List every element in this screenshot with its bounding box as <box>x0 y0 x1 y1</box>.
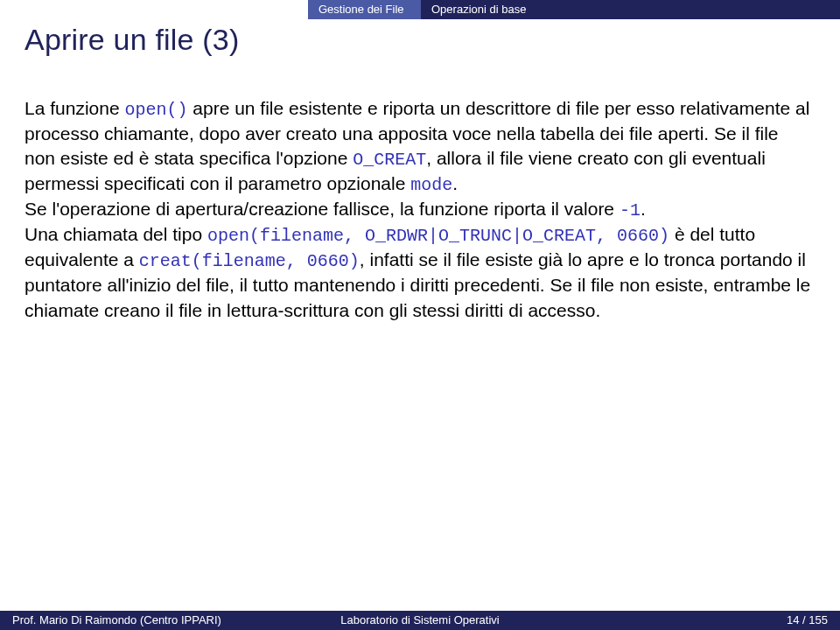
footer-bar: Prof. Mario Di Raimondo (Centro IPPARI) … <box>0 611 840 630</box>
text: La funzione <box>24 98 124 118</box>
nav-spacer <box>0 0 308 19</box>
code-o-creat: O_CREAT <box>353 150 426 170</box>
nav-bar: Gestione dei File Operazioni di base <box>0 0 840 19</box>
code-open: open() <box>124 100 187 120</box>
code-mode: mode <box>410 175 452 195</box>
slide-body: La funzione open() apre un file esistent… <box>24 96 814 323</box>
footer-page: 14 / 155 <box>787 611 828 630</box>
text: Se l'operazione di apertura/creazione fa… <box>24 199 620 219</box>
code-open-call: open(filename, O_RDWR|O_TRUNC|O_CREAT, 0… <box>207 226 669 246</box>
text: Una chiamata del tipo <box>24 224 207 244</box>
code-neg1: -1 <box>620 200 640 220</box>
text: . <box>452 173 458 193</box>
text: . <box>640 199 646 219</box>
code-creat-call: creat(filename, 0660) <box>139 251 360 271</box>
footer-author: Prof. Mario Di Raimondo (Centro IPPARI) <box>12 611 221 630</box>
nav-section[interactable]: Gestione dei File <box>308 0 421 19</box>
nav-subsection[interactable]: Operazioni di base <box>421 0 840 19</box>
